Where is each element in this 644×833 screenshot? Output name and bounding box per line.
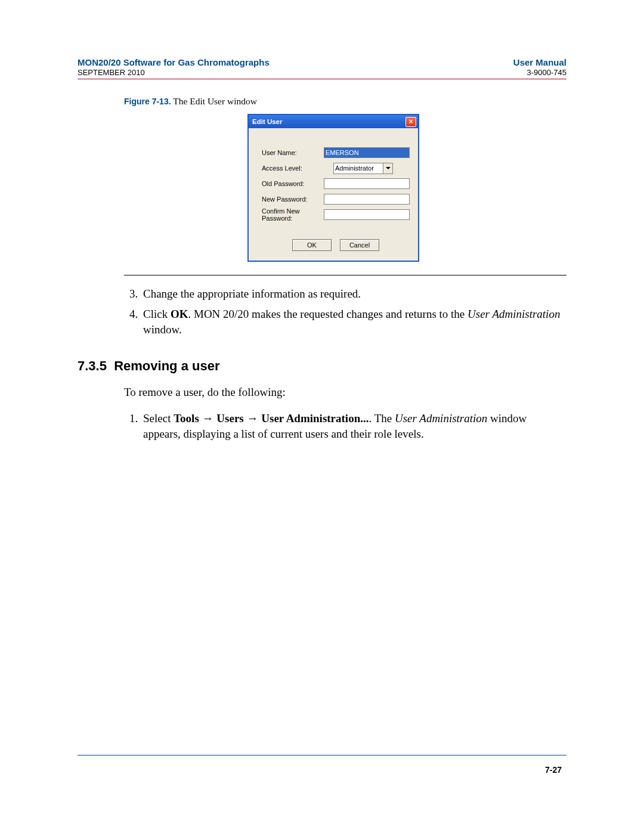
step-1-remove: Select Tools → Users → User Administrati… [141,411,566,442]
header-rule [78,79,566,79]
step-4: Click OK. MON 20/20 makes the requested … [141,306,566,337]
footer-rule [78,755,566,755]
section-intro: To remove a user, do the following: [124,386,566,399]
menu-users: Users [216,412,243,425]
figure-text: The Edit User window [173,96,257,106]
dropdown-arrow-icon [383,163,392,174]
menu-user-admin: User Administration... [261,412,369,425]
header-date: SEPTEMBER 2010 [78,68,145,77]
user-admin-italic: User Administration [467,308,560,320]
separator-rule [124,275,566,275]
arrow-icon: → [244,412,262,425]
steps-continued: Change the appropriate information as re… [124,286,566,338]
username-input[interactable] [324,147,410,158]
new-password-label: New Password: [262,196,324,203]
dialog-title: Edit User [252,118,283,125]
step-3: Change the appropriate information as re… [141,286,566,302]
figure-caption: Figure 7-13. The Edit User window [124,96,566,107]
menu-tools: Tools [174,412,199,425]
section-number: 7.3.5 [78,358,107,373]
figure-label: Figure 7-13. [124,97,171,106]
confirm-password-input[interactable] [324,209,410,220]
steps-remove: Select Tools → Users → User Administrati… [124,411,566,442]
username-label: User Name: [262,149,324,156]
ok-button[interactable]: OK [292,239,332,251]
edit-user-dialog: Edit User × User Name: Access Level: Adm… [247,114,419,262]
header-title: MON20/20 Software for Gas Chromatographs [78,57,270,67]
arrow-icon: → [199,412,217,425]
page-number: 7-27 [545,765,562,775]
cancel-button[interactable]: Cancel [340,239,379,251]
dialog-titlebar: Edit User × [249,115,418,128]
access-level-label: Access Level: [262,165,333,172]
section-title: Removing a user [114,358,219,373]
old-password-label: Old Password: [262,180,324,187]
old-password-input[interactable] [324,178,410,189]
user-admin-window-italic: User Administration [395,412,487,425]
header-manual: User Manual [513,57,566,67]
close-button[interactable]: × [405,117,416,127]
close-icon: × [408,118,413,125]
access-level-select[interactable]: Administrator [333,163,393,174]
section-heading: 7.3.5 Removing a user [78,358,566,374]
ok-text: OK [171,308,188,320]
confirm-password-label: Confirm New Password: [262,208,324,222]
header-docnum: 3-9000-745 [527,68,567,77]
new-password-input[interactable] [324,194,410,205]
access-level-value: Administrator [334,163,383,174]
